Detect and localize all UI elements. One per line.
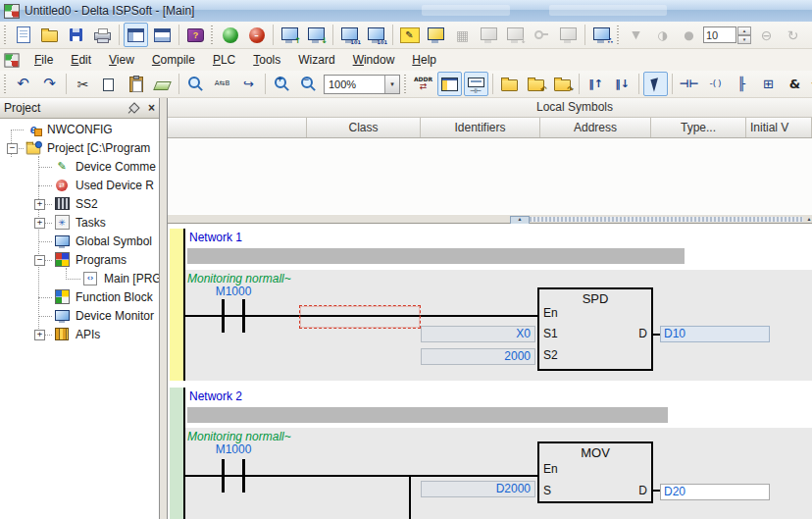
chevron-down-icon[interactable]: ▾ [384,76,399,93]
pin-icon[interactable] [128,102,139,113]
column-header-address[interactable]: Address [540,118,651,137]
toolbar-grip[interactable] [4,75,6,94]
tree-item-apis[interactable]: APIs [72,326,100,343]
collapse-arrow-right-icon[interactable]: ▲ [805,216,812,223]
selection-pointer-button[interactable] [643,72,668,96]
monitor-view-b-button[interactable]: ↓ [503,23,528,47]
online-edit-monitor-button[interactable] [424,23,448,47]
zoom-level-combo[interactable]: 100%▾ [324,75,400,94]
menu-compile[interactable]: Compile [143,51,204,69]
network2-contact-left-bar[interactable] [222,459,225,493]
column-header-identifiers[interactable]: Identifiers [421,118,540,137]
download-program-button[interactable]: ↓ [304,23,329,47]
tree-item-tasks[interactable]: Tasks [72,214,106,232]
mov-s-operand[interactable]: D2000 [421,481,535,497]
spd-d-operand[interactable]: D10 [660,326,770,342]
open-project-button[interactable] [37,23,62,47]
contact-normally-open-button[interactable]: ⊣⊢ [677,72,701,96]
network1-contact-label[interactable]: M1000 [209,285,258,298]
scan-counter-spinner-icon[interactable]: ▴▾ [737,26,751,44]
paste-button[interactable] [124,72,148,96]
network1-contact-right-bar[interactable] [242,299,245,333]
chevron-down-icon[interactable]: ▾ [808,74,812,95]
goto-jump-button[interactable]: ↪ [236,72,261,96]
edit-online-pen-button[interactable]: ✎ [397,23,422,47]
toolbar-grip[interactable] [211,26,213,45]
network1-comment-bar[interactable] [187,248,685,264]
spd-s1-operand[interactable]: X0 [421,326,535,342]
tree-item-global-symbols[interactable]: Global Symbol [72,233,152,250]
online-monitor-button[interactable]: 101 [337,23,362,47]
menu-help[interactable]: Help [403,51,445,69]
device-monitor-table-button[interactable]: 101 [364,23,388,47]
zoom-in-button[interactable]: + [270,72,294,96]
column-header-initialv[interactable]: Initial V [746,118,812,137]
table-splitter[interactable]: ▲ ▲ [168,214,812,224]
menu-tools[interactable]: Tools [244,51,289,69]
tree-item-programs[interactable]: Programs [72,251,127,269]
folder-next-button[interactable]: ↷ [550,72,575,96]
zoom-out-button[interactable]: − [296,72,321,96]
folder-new-button[interactable] [497,72,522,96]
cut-button[interactable]: ✂ [71,72,95,96]
insert-network-above-button[interactable]: ‖↑ [584,72,608,96]
menu-file[interactable]: File [25,51,62,69]
branch-line-button[interactable]: ╟ [730,72,754,96]
stop-monitor-button[interactable]: – [244,23,269,47]
toolbar-grip[interactable] [404,75,406,94]
ampersand-button[interactable]: & [783,72,807,96]
tree-expander-project-root[interactable]: − [7,143,18,154]
menu-view[interactable]: View [100,51,143,69]
tree-item-device-monitor[interactable]: Device Monitor [72,307,154,325]
network1-contact-left-bar[interactable] [222,299,225,333]
mov-d-operand[interactable]: D20 [660,484,770,500]
comm-ball-button[interactable]: ● [677,23,701,47]
menu-plc[interactable]: PLC [204,51,244,69]
world-comm-button[interactable]: ◑ [650,23,675,47]
symbols-table-body[interactable] [168,138,812,215]
eraser-button[interactable] [150,72,175,96]
menu-edit[interactable]: Edit [62,51,100,69]
toolbar-grip[interactable] [4,26,6,45]
tree-item-device-comment[interactable]: Device Comme [72,158,156,176]
symbols-window-button[interactable] [437,72,462,96]
close-icon[interactable]: × [148,102,155,114]
upload-program-button[interactable]: ↑ [278,23,302,47]
tree-item-used-device[interactable]: Used Device R [72,177,154,194]
password-key-button[interactable] [530,23,554,47]
network2-margin-strip[interactable] [170,388,183,519]
redo-curve-button[interactable]: ↷ [807,23,812,47]
network2-label[interactable]: Network 2 [189,389,242,403]
ladder-editor[interactable]: Network 1 Monitoring normall~ M1000 SPD … [168,224,812,519]
tree-expander-programs[interactable]: − [34,255,45,266]
mdi-child-icon[interactable] [4,53,19,67]
tree-expander-tasks[interactable]: + [34,218,45,229]
menu-window[interactable]: Window [344,51,404,69]
tree-expander-apis[interactable]: + [34,330,45,340]
tree-item-nwconfig[interactable]: NWCONFIG [43,121,113,138]
spin-up-icon[interactable]: ▴ [737,26,751,35]
tree-item-function-block[interactable]: Function Block [72,288,153,306]
network1-label[interactable]: Network 1 [189,231,242,244]
monitor-view-c-button[interactable] [556,23,581,47]
output-coil-button[interactable]: -( ) [703,72,728,96]
find-replace-button[interactable]: A⇆B [210,72,234,96]
help-book-button[interactable]: ? [183,23,208,47]
network2-comment-bar[interactable] [187,407,668,423]
network2-contact-right-bar[interactable] [242,459,245,493]
toolbar-grip[interactable] [617,26,619,45]
network2-contact-label[interactable]: M1000 [209,442,258,456]
new-document-button[interactable] [11,23,35,47]
tree-item-main-prg[interactable]: Main [PRG [100,270,159,287]
scan-counter-input[interactable] [703,26,736,43]
copy-button[interactable] [97,72,122,96]
spd-function-block[interactable]: SPD En S1 S2 D [537,287,653,371]
grid-table-button[interactable]: ▦ [450,23,475,47]
comment-window-button[interactable] [464,72,488,96]
print-button[interactable] [90,23,115,47]
funnel-filter-button[interactable]: ▼ [624,23,648,47]
tree-item-project-root[interactable]: Project [C:\Program [43,139,150,157]
column-header-class[interactable]: Class [307,118,421,137]
find-button[interactable] [183,72,208,96]
splitter-dots[interactable] [530,217,803,222]
